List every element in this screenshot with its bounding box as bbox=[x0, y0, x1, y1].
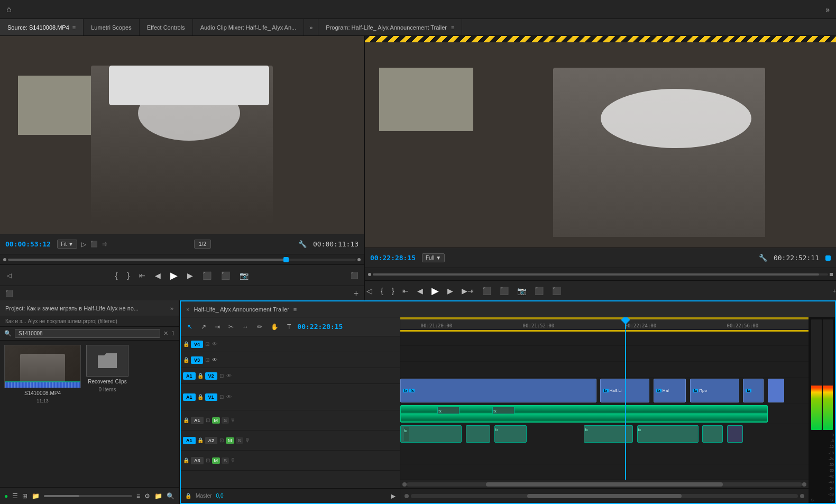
a1-fx-2[interactable]: fx bbox=[492, 407, 515, 414]
master-scroll-track[interactable] bbox=[411, 494, 798, 498]
a3-lock-icon[interactable]: 🔒 bbox=[183, 457, 189, 463]
recovered-clips-folder[interactable]: Recovered Clips 0 Items bbox=[86, 345, 128, 483]
source-tab-options[interactable]: ≡ bbox=[72, 24, 76, 31]
master-scroll-left[interactable] bbox=[405, 494, 409, 498]
program-scrubber-area[interactable] bbox=[365, 268, 836, 280]
scrollbar-right-btn[interactable] bbox=[802, 482, 806, 487]
source-insert-icon[interactable]: ⇉ bbox=[102, 241, 107, 248]
source-play-btn[interactable]: ▶ bbox=[169, 268, 179, 283]
program-compare-btn[interactable]: ⬛ bbox=[550, 285, 563, 297]
source-wrench-icon[interactable]: 🔧 bbox=[298, 240, 307, 248]
clip-track-a1[interactable]: fx fx bbox=[400, 404, 809, 424]
home-icon[interactable]: ⌂ bbox=[6, 5, 12, 14]
new-bin-btn[interactable]: 📁 bbox=[32, 492, 40, 500]
source-overwrite-btn[interactable]: ⬛ bbox=[219, 270, 232, 281]
timeline-menu-icon[interactable]: ≡ bbox=[293, 306, 297, 313]
source-bottom-export-icon[interactable]: ⬛ bbox=[5, 290, 13, 297]
v4-lock-icon[interactable]: 🔒 bbox=[183, 341, 189, 347]
tab-effect-controls[interactable]: Effect Controls bbox=[140, 19, 193, 35]
v4-eye-icon[interactable]: 👁 bbox=[212, 341, 218, 347]
a2-clip-2[interactable] bbox=[466, 425, 490, 443]
program-wrench-icon[interactable]: 🔧 bbox=[759, 254, 767, 262]
program-add-btn[interactable]: + bbox=[833, 288, 836, 294]
a1-mute-btn[interactable]: M bbox=[212, 417, 221, 424]
program-play-btn[interactable]: ▶ bbox=[430, 283, 440, 298]
v1-eye-icon[interactable]: 👁 bbox=[226, 393, 232, 400]
tl-slip-tool[interactable]: ↔ bbox=[240, 322, 251, 332]
v1-clip-3[interactable]: fx Hal bbox=[654, 379, 686, 402]
v1-clip-5[interactable]: fx bbox=[743, 379, 764, 402]
v2-lock-icon[interactable]: 🔒 bbox=[197, 373, 204, 379]
clip-track-v1[interactable]: fx fx fx Half-Li fx Hal bbox=[400, 378, 809, 404]
v1-clip-4[interactable]: fx Про bbox=[690, 379, 739, 402]
a2-clip-6[interactable] bbox=[702, 425, 723, 443]
v2-eye-icon[interactable]: 👁 bbox=[226, 372, 232, 379]
program-step-back-btn[interactable]: ◀ bbox=[416, 285, 425, 297]
source-mark-in-btn[interactable]: { bbox=[114, 270, 120, 281]
a2-mute-btn[interactable]: M bbox=[226, 437, 234, 444]
a2-fx-1[interactable]: fx bbox=[404, 427, 409, 441]
timeline-scrollbar[interactable] bbox=[400, 480, 809, 488]
program-export-frame-btn[interactable]: 📷 bbox=[516, 285, 528, 297]
program-goto-in-btn[interactable]: ⇤ bbox=[401, 285, 410, 297]
a3-mic-icon[interactable]: 🎙 bbox=[231, 457, 236, 463]
expand-panels-icon[interactable]: » bbox=[825, 5, 830, 14]
v3-label-btn[interactable]: V3 bbox=[191, 356, 203, 364]
track-row-a2-active-label[interactable]: A1 bbox=[183, 437, 196, 444]
source-step-back-btn[interactable]: ◀ bbox=[153, 270, 162, 281]
a1-fx-1[interactable]: fx bbox=[437, 407, 460, 414]
scrollbar-track[interactable] bbox=[407, 482, 802, 487]
tl-pen-tool[interactable]: ✏ bbox=[255, 322, 264, 332]
source-fraction-dropdown[interactable]: 1/2 bbox=[194, 240, 211, 249]
tab-program[interactable]: Program: Half-Life_ Alyx Announcement Tr… bbox=[318, 19, 462, 35]
program-timecode[interactable]: 00:22:28:15 bbox=[370, 254, 418, 262]
program-mark-in-btn[interactable]: { bbox=[379, 285, 385, 297]
a2-lock-icon[interactable]: 🔒 bbox=[197, 437, 204, 443]
scrollbar-thumb[interactable] bbox=[486, 482, 723, 487]
program-step-fwd-btn[interactable]: ▶ bbox=[446, 285, 455, 297]
a2-clip-1[interactable]: fx bbox=[400, 425, 462, 443]
a1-audio-clip[interactable]: fx fx bbox=[400, 405, 768, 423]
source-export-frame-btn[interactable]: 📷 bbox=[238, 270, 250, 281]
v1-clip-1[interactable]: fx fx bbox=[400, 379, 596, 402]
list-view-btn[interactable]: ☰ bbox=[12, 492, 18, 500]
clip-track-v3[interactable] bbox=[400, 346, 809, 362]
a1-label-btn[interactable]: A1 bbox=[191, 417, 204, 424]
program-shuttle-icon[interactable]: ◁ bbox=[365, 285, 374, 297]
clip-track-a2[interactable]: fx fx fx fx bbox=[400, 424, 809, 444]
footer-settings-btn[interactable]: ⚙ bbox=[144, 492, 150, 500]
clip-item-s1410008[interactable]: S1410008.MP4 11:13 bbox=[4, 345, 81, 483]
timeline-timecode-display[interactable]: 00:22:28:15 bbox=[297, 323, 343, 331]
a3-label-btn[interactable]: A3 bbox=[191, 457, 204, 464]
clip-track-v2[interactable] bbox=[400, 362, 809, 378]
v1-sync-icon[interactable]: ⊡ bbox=[219, 393, 224, 400]
a1-sync-icon[interactable]: ⊡ bbox=[205, 417, 210, 424]
footer-search-btn[interactable]: 🔍 bbox=[167, 492, 174, 500]
program-tab-menu-icon[interactable]: ≡ bbox=[451, 24, 454, 31]
v1-label-btn[interactable]: V1 bbox=[205, 393, 217, 401]
clip-track-a3[interactable] bbox=[400, 444, 809, 464]
source-safe-margins-btn[interactable]: ⬛ bbox=[351, 272, 359, 279]
tab-audio-clip-mixer[interactable]: Audio Clip Mixer: Half-Life_ Alyx An... bbox=[193, 19, 305, 35]
track-row-v1-active-label[interactable]: A1 bbox=[183, 393, 196, 401]
v4-sync-icon[interactable]: ⊡ bbox=[205, 341, 210, 347]
a2-sync-icon[interactable]: ⊡ bbox=[219, 437, 224, 444]
program-lift-btn[interactable]: ⬛ bbox=[481, 285, 493, 297]
new-folder-btn[interactable]: 📁 bbox=[154, 492, 162, 500]
tl-ripple-tool[interactable]: ⇥ bbox=[213, 322, 222, 332]
v3-eye-icon[interactable]: 👁 bbox=[212, 356, 218, 363]
source-export-frame-icon[interactable]: ⬛ bbox=[90, 241, 98, 248]
tl-razor-tool[interactable]: ✂ bbox=[226, 322, 236, 332]
master-scroll-thumb[interactable] bbox=[527, 494, 682, 498]
program-goto-out-btn[interactable]: ▶⇥ bbox=[460, 285, 475, 297]
a3-mute-btn[interactable]: M bbox=[212, 457, 221, 464]
source-scrubber-area[interactable] bbox=[0, 254, 364, 264]
source-step-fwd-btn[interactable]: ▶ bbox=[186, 270, 195, 281]
a1-lock-icon[interactable]: 🔒 bbox=[183, 417, 189, 423]
tab-lumetri[interactable]: Lumetri Scopes bbox=[84, 19, 139, 35]
icon-view-btn[interactable]: ⊞ bbox=[22, 492, 27, 500]
source-add-clip-btn[interactable]: + bbox=[354, 289, 359, 298]
track-row-v2-active-label[interactable]: A1 bbox=[183, 372, 196, 380]
a2-clip-5[interactable]: fx bbox=[637, 425, 699, 443]
timeline-playhead[interactable] bbox=[625, 317, 626, 329]
